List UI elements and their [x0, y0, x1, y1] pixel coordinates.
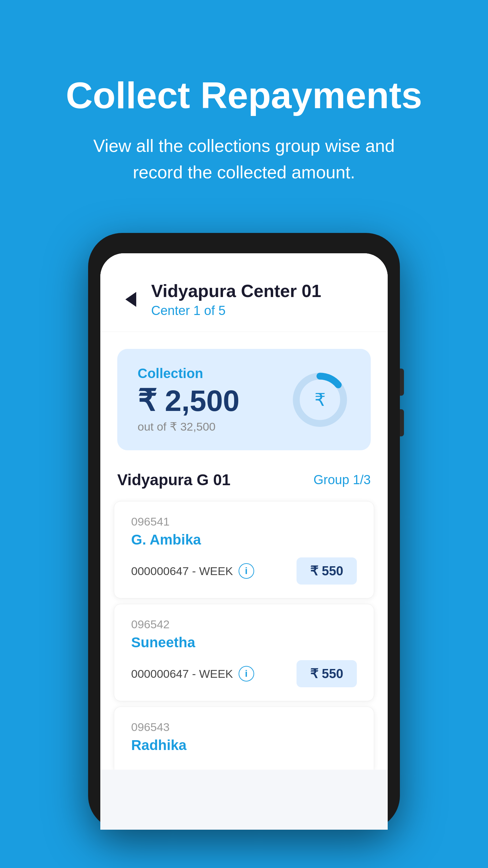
group-count: Group 1/3: [313, 473, 371, 487]
hero-section: Collect Repayments View all the collecti…: [0, 0, 488, 213]
back-arrow-icon: [125, 292, 136, 307]
collection-donut-chart: ₹: [289, 369, 350, 430]
loan-code: 000000647 - WEEK: [131, 565, 233, 578]
info-icon[interactable]: i: [239, 666, 254, 682]
amount-button[interactable]: ₹ 550: [297, 660, 357, 687]
back-button[interactable]: [121, 289, 141, 310]
member-loan-row: 000000647 - WEEK i ₹ 550: [131, 557, 357, 585]
center-count: Center 1 of 5: [151, 303, 367, 318]
member-name: Suneetha: [131, 634, 357, 651]
phone-side-button-top: [400, 369, 404, 396]
collection-label: Collection: [138, 366, 240, 381]
member-card: 096542 Suneetha 000000647 - WEEK i ₹ 550: [114, 604, 374, 701]
group-header: Vidyapura G 01 Group 1/3: [100, 460, 388, 496]
phone-side-button-mid: [400, 409, 404, 436]
collection-amount: ₹ 2,500: [138, 386, 240, 416]
center-name: Vidyapura Center 01: [151, 280, 367, 301]
screen-content: Vidyapura Center 01 Center 1 of 5 Collec…: [100, 253, 388, 770]
collection-out-of: out of ₹ 32,500: [138, 420, 240, 433]
member-card-partial: 096543 Radhika: [114, 707, 374, 770]
member-card: 096541 G. Ambika 000000647 - WEEK i ₹ 55…: [114, 501, 374, 598]
member-id: 096542: [131, 618, 357, 631]
member-id: 096543: [131, 721, 357, 734]
rupee-icon: ₹: [314, 390, 326, 410]
member-id: 096541: [131, 515, 357, 528]
page-subtitle: View all the collections group wise andr…: [27, 133, 461, 185]
loan-info: 000000647 - WEEK i: [131, 563, 254, 579]
member-name: Radhika: [131, 737, 357, 753]
loan-info: 000000647 - WEEK i: [131, 666, 254, 682]
info-icon[interactable]: i: [239, 563, 254, 579]
collection-card: Collection ₹ 2,500 out of ₹ 32,500 ₹: [117, 349, 371, 450]
page-title: Collect Repayments: [27, 75, 461, 116]
phone-shell: Vidyapura Center 01 Center 1 of 5 Collec…: [88, 233, 400, 830]
member-name: G. Ambika: [131, 532, 357, 548]
center-info: Vidyapura Center 01 Center 1 of 5: [151, 280, 367, 318]
group-name: Vidyapura G 01: [117, 471, 230, 489]
phone-mockup: Vidyapura Center 01 Center 1 of 5 Collec…: [88, 233, 400, 830]
member-loan-row: 000000647 - WEEK i ₹ 550: [131, 660, 357, 687]
screen-header: Vidyapura Center 01 Center 1 of 5: [100, 253, 388, 332]
phone-screen: Vidyapura Center 01 Center 1 of 5 Collec…: [100, 253, 388, 830]
collection-info: Collection ₹ 2,500 out of ₹ 32,500: [138, 366, 240, 433]
loan-code: 000000647 - WEEK: [131, 667, 233, 680]
amount-button[interactable]: ₹ 550: [297, 557, 357, 585]
